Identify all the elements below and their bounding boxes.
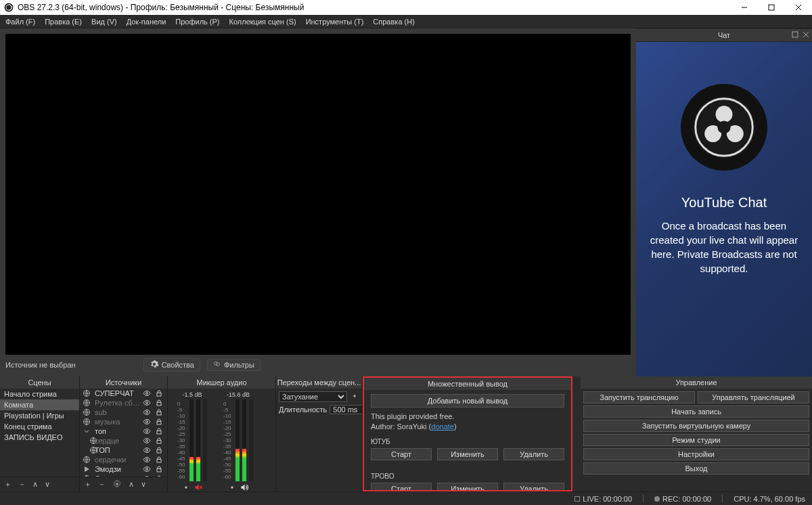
source-row[interactable]: топ xyxy=(80,426,167,436)
source-name: Эмодзи xyxy=(95,465,140,473)
source-row[interactable]: сердце xyxy=(80,436,167,445)
dock-close-icon[interactable] xyxy=(803,31,809,39)
menu-file[interactable]: Файл (F) xyxy=(5,18,35,26)
visibility-toggle[interactable] xyxy=(143,389,152,397)
visibility-toggle[interactable] xyxy=(143,408,152,416)
output-изменить-button[interactable]: Изменить xyxy=(437,448,498,460)
scene-item[interactable]: Конец стрима xyxy=(0,421,79,432)
window-minimize-button[interactable] xyxy=(731,0,758,15)
sources-dock-header[interactable]: Источники xyxy=(80,376,167,389)
mute-icon[interactable] xyxy=(194,483,203,491)
channel-settings-button[interactable] xyxy=(181,483,191,491)
control-button[interactable]: Запустить трансляцию xyxy=(583,391,695,403)
remove-source-button[interactable]: － xyxy=(98,479,106,489)
visibility-toggle[interactable] xyxy=(143,418,152,426)
control-button[interactable]: Настройки xyxy=(583,448,809,460)
output-старт-button[interactable]: Старт xyxy=(371,483,432,490)
scene-item[interactable]: ЗАПИСЬ ВИДЕО xyxy=(0,432,79,443)
globe-icon xyxy=(83,389,92,397)
visibility-toggle[interactable] xyxy=(143,446,152,454)
lock-toggle[interactable] xyxy=(155,389,164,397)
control-button[interactable]: Управлять трансляцией xyxy=(698,391,809,403)
transition-duration-input[interactable] xyxy=(330,405,362,414)
source-row[interactable]: сердечки xyxy=(80,455,167,464)
transitions-dock-header[interactable]: Переходы между сцен... xyxy=(276,376,362,389)
window-maximize-button[interactable] xyxy=(758,0,785,15)
remove-scene-button[interactable]: － xyxy=(18,479,26,489)
menu-edit[interactable]: Правка (E) xyxy=(45,18,82,26)
scene-item[interactable]: Комната xyxy=(0,399,79,410)
source-row[interactable]: ТОП xyxy=(80,445,167,455)
lock-toggle[interactable] xyxy=(155,446,164,454)
multi-output-dock-header[interactable]: Множественный вывод xyxy=(364,378,571,390)
control-button[interactable]: Начать запись xyxy=(583,405,809,418)
output-изменить-button[interactable]: Изменить xyxy=(437,483,498,490)
control-button[interactable]: Выход xyxy=(583,462,809,475)
output-удалить-button[interactable]: Удалить xyxy=(503,483,564,490)
menu-help[interactable]: Справка (H) xyxy=(373,18,414,26)
controls-dock-header[interactable]: Управление xyxy=(581,376,812,389)
channel-settings-button[interactable] xyxy=(227,483,237,491)
window-title: OBS 27.2.3 (64-bit, windows) - Профиль: … xyxy=(18,3,304,12)
scene-item[interactable]: Playstation | Игры xyxy=(0,410,79,421)
speaker-icon[interactable] xyxy=(240,483,249,491)
scene-item[interactable]: Начало стрима xyxy=(0,389,79,399)
lock-toggle[interactable] xyxy=(155,399,164,407)
scene-down-button[interactable]: ∨ xyxy=(45,480,50,489)
scene-up-button[interactable]: ∧ xyxy=(32,480,38,489)
source-props-button[interactable] xyxy=(112,479,122,490)
svg-point-31 xyxy=(146,431,148,433)
control-button[interactable]: Запустить виртуальную камеру xyxy=(583,420,809,432)
source-properties-button[interactable]: Свойства xyxy=(143,358,200,372)
menu-profile[interactable]: Профиль (P) xyxy=(175,18,219,26)
preview-canvas[interactable] xyxy=(5,34,631,355)
svg-point-34 xyxy=(146,440,148,442)
source-up-button[interactable]: ∧ xyxy=(129,480,134,489)
transition-settings-button[interactable] xyxy=(350,391,359,402)
menu-view[interactable]: Вид (V) xyxy=(91,18,117,26)
output-старт-button[interactable]: Старт xyxy=(371,448,432,460)
visibility-toggle[interactable] xyxy=(143,456,152,464)
status-bar: LIVE: 00:00:00 REC: 00:00:00 CPU: 4.7%, … xyxy=(0,491,812,505)
visibility-toggle[interactable] xyxy=(143,399,152,407)
add-scene-button[interactable]: ＋ xyxy=(4,479,12,489)
globe-icon xyxy=(83,418,92,426)
source-filters-button[interactable]: Фильтры xyxy=(207,359,261,371)
transition-select[interactable]: Затухание xyxy=(279,391,347,402)
globe-icon xyxy=(83,437,92,445)
lock-toggle[interactable] xyxy=(155,408,164,416)
audio-meter xyxy=(196,399,200,481)
output-удалить-button[interactable]: Удалить xyxy=(503,448,564,460)
lock-toggle[interactable] xyxy=(155,465,164,473)
lock-toggle[interactable] xyxy=(155,427,164,435)
source-row[interactable]: Рулетка сбор xyxy=(80,398,167,408)
source-row[interactable]: музыка xyxy=(80,417,167,426)
scenes-dock-header[interactable]: Сцены xyxy=(0,376,79,389)
lock-toggle[interactable] xyxy=(155,437,164,445)
menu-tools[interactable]: Инструменты (T) xyxy=(306,18,364,26)
visibility-toggle[interactable] xyxy=(143,437,152,445)
window-close-button[interactable] xyxy=(785,0,812,15)
source-down-button[interactable]: ∨ xyxy=(141,480,146,489)
control-button[interactable]: Режим студии xyxy=(583,434,809,446)
add-source-button[interactable]: ＋ xyxy=(84,479,91,489)
chat-dock-header[interactable]: Чат xyxy=(636,28,812,42)
menu-bar: Файл (F) Правка (E) Вид (V) Док-панели П… xyxy=(0,15,812,28)
menu-scene-collection[interactable]: Коллекция сцен (S) xyxy=(229,18,296,26)
add-output-button[interactable]: Добавить новый вывод xyxy=(371,394,564,408)
obs-app-icon xyxy=(4,3,14,12)
lock-toggle[interactable] xyxy=(155,456,164,464)
donate-link[interactable]: donate xyxy=(431,422,454,431)
menu-docks[interactable]: Док-панели xyxy=(127,18,166,26)
mixer-dock-header[interactable]: Микшер аудио xyxy=(168,376,275,389)
dock-popout-icon[interactable] xyxy=(792,31,798,39)
svg-rect-24 xyxy=(157,403,161,406)
visibility-toggle[interactable] xyxy=(143,465,152,473)
volume-slider[interactable] xyxy=(249,399,253,481)
source-row[interactable]: СУПЕРЧАТ xyxy=(80,389,167,398)
source-row[interactable]: sub xyxy=(80,408,167,417)
visibility-toggle[interactable] xyxy=(143,427,152,435)
volume-slider[interactable] xyxy=(203,399,207,481)
source-row[interactable]: Эмодзи xyxy=(80,464,167,474)
lock-toggle[interactable] xyxy=(155,418,164,426)
